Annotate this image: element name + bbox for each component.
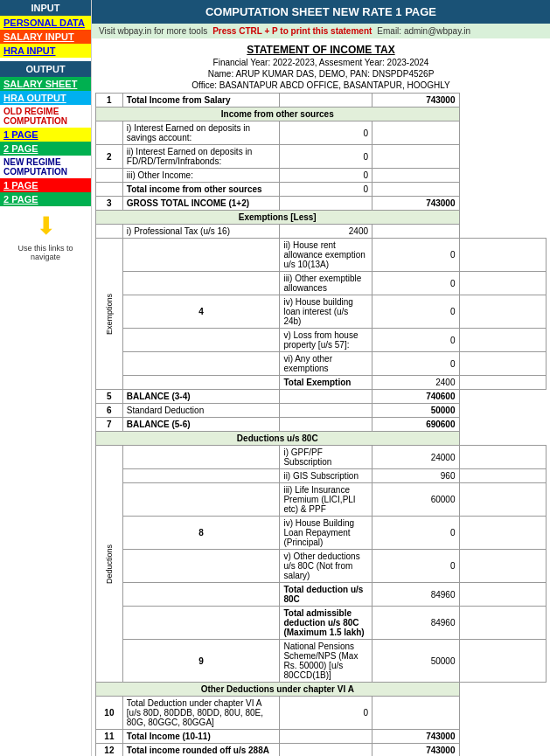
statement: STATEMENT OF INCOME TAX Financial Year: …	[92, 38, 550, 756]
arrow-section: ⬇	[0, 206, 91, 242]
visit-text: Visit wbpay.in for more tools	[99, 26, 207, 36]
sidebar: INPUT PERSONAL DATA SALARY INPUT HRA INP…	[0, 0, 92, 756]
sidebar-new-page2[interactable]: 2 PAGE	[0, 192, 91, 206]
input-header: INPUT	[0, 0, 91, 16]
sidebar-hra-output[interactable]: HRA OUTPUT	[0, 91, 91, 105]
stmt-title: STATEMENT OF INCOME TAX	[95, 40, 547, 57]
ctrl-text: Press CTRL + P to print this statement	[212, 26, 372, 36]
computation-table: 1Total Income from Salary743000Income fr…	[95, 93, 547, 756]
sidebar-personal-data[interactable]: PERSONAL DATA	[0, 16, 91, 30]
sidebar-new-page1[interactable]: 1 PAGE	[0, 178, 91, 192]
main-content: COMPUTATION SHEET NEW RATE 1 PAGE Visit …	[92, 0, 550, 756]
sidebar-old-page1[interactable]: 1 PAGE	[0, 128, 91, 142]
office-line: Office: BASANTAPUR ABCD OFFICE, BASANTAP…	[95, 80, 547, 91]
arrow-down-icon: ⬇	[3, 212, 87, 240]
new-regime-label: NEW REGIME COMPUTATION	[0, 156, 91, 178]
old-regime-label: OLD REGIME COMPUTATION	[0, 105, 91, 128]
sidebar-salary-sheet[interactable]: SALARY SHEET	[0, 77, 91, 91]
info-bar: Visit wbpay.in for more tools Press CTRL…	[92, 24, 550, 38]
nav-hint: Use this links to navigate	[0, 242, 91, 263]
output-header: OUTPUT	[0, 61, 91, 77]
sidebar-salary-input[interactable]: SALARY INPUT	[0, 30, 91, 44]
name-line: Name: ARUP KUMAR DAS, DEMO, PAN: DNSPDP4…	[95, 68, 547, 80]
sidebar-old-page2[interactable]: 2 PAGE	[0, 142, 91, 156]
page-title: COMPUTATION SHEET NEW RATE 1 PAGE	[92, 0, 550, 24]
email-text: Email: admin@wbpay.in	[377, 26, 470, 36]
financial-year: Financial Year: 2022-2023, Assesment Yea…	[95, 57, 547, 68]
sidebar-hra-input[interactable]: HRA INPUT	[0, 44, 91, 58]
